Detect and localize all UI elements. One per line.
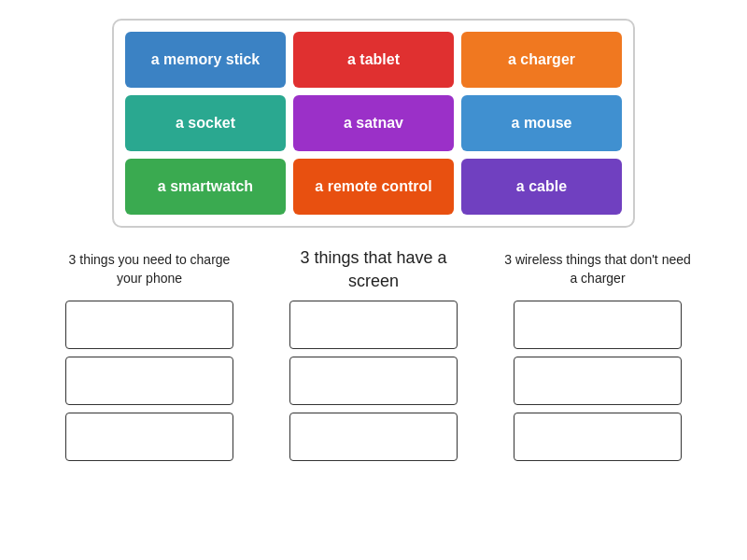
cat-wireless-label: 3 wireless things that don't need a char… [504,246,691,293]
cat-have-screen-label: 3 things that have a screen [280,246,467,293]
cat-have-screen-slot-1[interactable] [289,357,458,405]
cat-wireless: 3 wireless things that don't need a char… [504,246,691,461]
cat-have-screen: 3 things that have a screen [280,246,467,461]
tile-socket[interactable]: a socket [125,95,286,151]
cat-charge-phone-slot-1[interactable] [65,357,233,405]
word-bank: a memory sticka tableta chargera socketa… [112,19,635,228]
categories-row: 3 things you need to charge your phone3 … [37,246,710,461]
cat-have-screen-slot-2[interactable] [289,413,458,461]
cat-charge-phone: 3 things you need to charge your phone [56,246,243,461]
tile-satnav[interactable]: a satnav [293,95,454,151]
cat-charge-phone-slot-0[interactable] [65,301,233,349]
tile-tablet[interactable]: a tablet [293,32,454,88]
tile-charger[interactable]: a charger [461,32,622,88]
cat-charge-phone-slot-2[interactable] [65,413,233,461]
cat-wireless-slot-0[interactable] [514,301,682,349]
tile-cable[interactable]: a cable [461,159,622,215]
tile-remote-control[interactable]: a remote control [293,159,454,215]
tile-smartwatch[interactable]: a smartwatch [125,159,286,215]
main-container: a memory sticka tableta chargera socketa… [0,0,747,480]
cat-charge-phone-label: 3 things you need to charge your phone [56,246,243,293]
cat-wireless-slot-2[interactable] [514,413,682,461]
cat-wireless-slot-1[interactable] [514,357,682,405]
tile-memory-stick[interactable]: a memory stick [125,32,286,88]
cat-have-screen-slot-0[interactable] [289,301,458,349]
tile-mouse[interactable]: a mouse [461,95,622,151]
